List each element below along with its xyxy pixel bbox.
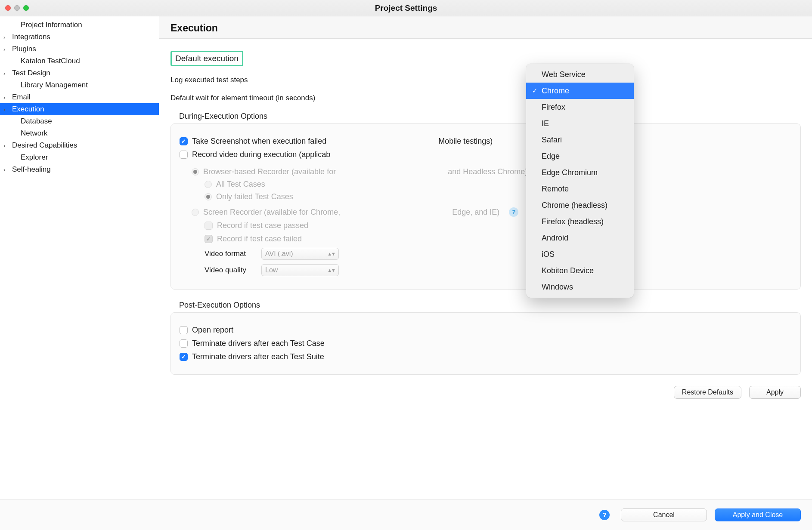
apply-button[interactable]: Apply	[749, 386, 801, 399]
restore-defaults-button[interactable]: Restore Defaults	[674, 386, 741, 399]
record-video-checkbox[interactable]	[180, 151, 188, 159]
sidebar-item-label: Integrations	[12, 33, 50, 41]
sidebar-item-test-design[interactable]: ›Test Design	[0, 67, 159, 79]
terminate-suite-checkbox[interactable]	[180, 353, 188, 361]
content-header: Execution	[159, 16, 812, 39]
chevron-right-icon: ›	[3, 106, 12, 113]
window-controls	[5, 5, 29, 11]
video-format-row: Video format AVI (.avi) ▲▼	[205, 248, 792, 260]
dropdown-item-ie[interactable]: IE	[526, 115, 634, 132]
chevron-updown-icon: ▲▼	[327, 268, 335, 273]
sidebar-item-label: Network	[21, 129, 47, 138]
take-screenshot-label-pre: Take Screenshot when execution failed	[192, 137, 326, 146]
dropdown-item-web-service[interactable]: Web Service	[526, 66, 634, 83]
take-screenshot-row[interactable]: Take Screenshot when execution failed Mo…	[180, 137, 792, 146]
dropdown-item-ios[interactable]: iOS	[526, 246, 634, 262]
browser-recorder-radio	[192, 168, 199, 176]
all-test-cases-radio	[205, 181, 212, 188]
dropdown-item-android[interactable]: Android	[526, 230, 634, 246]
sidebar-item-self-healing[interactable]: ›Self-healing	[0, 163, 159, 176]
dropdown-item-edge-chromium[interactable]: Edge Chromium	[526, 164, 634, 181]
default-execution-dropdown[interactable]: Web ServiceChromeFirefoxIESafariEdgeEdge…	[526, 64, 634, 298]
settings-tree: Project Information›Integrations›Plugins…	[0, 16, 159, 499]
take-screenshot-checkbox[interactable]	[180, 137, 188, 145]
terminate-case-row[interactable]: Terminate drivers after each Test Case	[180, 339, 792, 348]
sidebar-item-label: Test Design	[12, 69, 50, 77]
sidebar-item-label: Katalon TestCloud	[21, 57, 80, 65]
apply-and-close-button[interactable]: Apply and Close	[715, 508, 801, 521]
sidebar-item-label: Project Information	[21, 21, 82, 29]
sidebar-item-integrations[interactable]: ›Integrations	[0, 31, 159, 43]
open-report-checkbox[interactable]	[180, 326, 188, 334]
screen-recorder-row: Screen Recorder (available for Chrome, E…	[192, 207, 792, 217]
during-execution-group: Take Screenshot when execution failed Mo…	[170, 123, 801, 290]
open-report-row[interactable]: Open report	[180, 326, 792, 335]
sidebar-item-network[interactable]: Network	[0, 127, 159, 139]
titlebar: Project Settings	[0, 0, 812, 16]
video-format-combo: AVI (.avi) ▲▼	[261, 248, 339, 260]
dropdown-item-edge[interactable]: Edge	[526, 148, 634, 164]
terminate-suite-row[interactable]: Terminate drivers after each Test Suite	[180, 352, 792, 361]
chevron-right-icon: ›	[3, 142, 12, 149]
video-format-value: AVI (.avi)	[265, 250, 293, 258]
video-quality-combo: Low ▲▼	[261, 264, 339, 276]
record-video-label: Record video during execution (applicab	[192, 150, 330, 159]
wait-timeout-label: Default wait for element timeout (in sec…	[170, 94, 315, 102]
terminate-case-label: Terminate drivers after each Test Case	[192, 339, 325, 348]
close-window-icon[interactable]	[5, 5, 11, 11]
log-steps-row: Log executed test steps	[170, 76, 801, 84]
sidebar-item-label: Explorer	[21, 153, 48, 162]
cancel-button[interactable]: Cancel	[621, 508, 707, 521]
screen-recorder-label-pre: Screen Recorder (available for Chrome,	[203, 208, 340, 217]
sidebar-item-library-management[interactable]: Library Management	[0, 79, 159, 91]
sidebar-item-desired-capabilities[interactable]: ›Desired Capabilities	[0, 139, 159, 151]
default-execution-label: Default execution	[170, 51, 243, 66]
help-icon[interactable]: ?	[599, 510, 610, 520]
dialog-footer: ? Cancel Apply and Close	[0, 499, 812, 530]
chevron-right-icon: ›	[3, 70, 12, 77]
dropdown-item-chrome[interactable]: Chrome	[526, 83, 634, 99]
screen-recorder-label-post: Edge, and IE)	[452, 208, 499, 217]
post-execution-title: Post-Execution Options	[179, 301, 801, 310]
help-icon[interactable]: ?	[509, 207, 518, 217]
sidebar-item-label: Database	[21, 117, 52, 126]
minimize-window-icon[interactable]	[14, 5, 20, 11]
sidebar-item-email[interactable]: ›Email	[0, 91, 159, 103]
sidebar-item-katalon-testcloud[interactable]: Katalon TestCloud	[0, 55, 159, 67]
sidebar-item-label: Email	[12, 93, 31, 102]
video-quality-row: Video quality Low ▲▼	[205, 264, 792, 276]
record-video-row[interactable]: Record video during execution (applicab	[180, 150, 792, 159]
sidebar-item-label: Plugins	[12, 45, 36, 53]
record-passed-label: Record if test case passed	[217, 221, 308, 230]
zoom-window-icon[interactable]	[23, 5, 29, 11]
sidebar-item-explorer[interactable]: Explorer	[0, 151, 159, 163]
record-failed-label: Record if test case failed	[217, 234, 302, 243]
dropdown-item-kobiton-device[interactable]: Kobiton Device	[526, 262, 634, 279]
only-failed-row: Only failed Test Cases	[205, 192, 792, 201]
during-execution-title: During-Execution Options	[179, 112, 801, 121]
video-quality-label: Video quality	[205, 266, 252, 274]
sidebar-item-label: Self-healing	[12, 165, 51, 174]
sidebar-item-database[interactable]: Database	[0, 115, 159, 127]
chevron-right-icon: ›	[3, 34, 12, 40]
only-failed-radio	[205, 193, 212, 200]
browser-recorder-label-post: and Headless Chrome)	[448, 167, 527, 176]
browser-recorder-label-pre: Browser-based Recorder (available for	[203, 167, 336, 176]
open-report-label: Open report	[192, 326, 233, 335]
dropdown-item-firefox-headless-[interactable]: Firefox (headless)	[526, 213, 634, 230]
dropdown-item-remote[interactable]: Remote	[526, 181, 634, 197]
sidebar-item-plugins[interactable]: ›Plugins	[0, 43, 159, 55]
terminate-case-checkbox[interactable]	[180, 339, 188, 348]
chevron-updown-icon: ▲▼	[327, 251, 335, 256]
dropdown-item-windows[interactable]: Windows	[526, 279, 634, 295]
dropdown-item-safari[interactable]: Safari	[526, 132, 634, 148]
chevron-right-icon: ›	[3, 166, 12, 173]
sidebar-item-execution[interactable]: ›Execution	[0, 103, 159, 115]
sidebar-item-label: Desired Capabilities	[12, 141, 77, 150]
sidebar-item-project-information[interactable]: Project Information	[0, 19, 159, 31]
main-area: Project Information›Integrations›Plugins…	[0, 16, 812, 499]
inner-button-bar: Restore Defaults Apply	[170, 386, 801, 399]
record-failed-checkbox	[205, 235, 213, 243]
dropdown-item-chrome-headless-[interactable]: Chrome (headless)	[526, 197, 634, 213]
dropdown-item-firefox[interactable]: Firefox	[526, 99, 634, 115]
